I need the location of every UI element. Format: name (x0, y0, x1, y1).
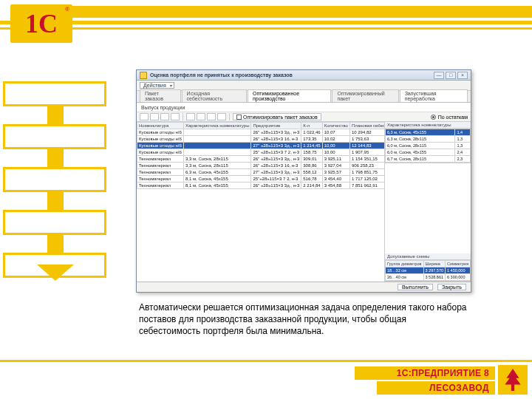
logo-text: 1С (25, 8, 58, 39)
tb-copy[interactable] (160, 113, 169, 120)
table-row[interactable]: Кусковые отходы н/б26" «28»115×3 3д., н-… (137, 129, 386, 136)
registered-mark: ® (65, 6, 69, 13)
tb-sort[interactable] (207, 113, 216, 120)
tb-edit[interactable] (150, 113, 159, 120)
list-item[interactable]: 6,3 м, Сосна, 45х1551,4 (386, 129, 471, 136)
col-header[interactable]: К-л (301, 123, 322, 129)
tb-sort2[interactable] (217, 113, 226, 120)
side2-title: Допускаемые схемы (385, 253, 471, 260)
brand-logo: 1С ® (10, 4, 72, 43)
tab-orders[interactable]: Пакет заказов (140, 89, 181, 102)
side1-title: Характеристика номенклатуры (385, 122, 471, 129)
app-window: Оценка портфеля не принятых к производст… (136, 69, 471, 293)
radio-label: По остаткам (438, 115, 468, 120)
titlebar: Оценка портфеля не принятых к производст… (137, 70, 471, 81)
window-title: Оценка портфеля не принятых к производст… (150, 72, 434, 78)
table-row[interactable]: 26…40 см3 528,8616 300,000 (386, 274, 471, 281)
tab-initial-cost[interactable]: Исходная себестоимость (182, 89, 247, 102)
subheader: Выпуск продукции (137, 103, 471, 112)
tabs: Пакет заказов Исходная себестоимость Опт… (137, 91, 471, 103)
table-row[interactable]: Техноматериал8,1 м, Сосна, 45х15525"«28»… (137, 176, 386, 183)
close-window-button[interactable]: Закрыть (437, 284, 466, 290)
table-row[interactable]: Кусковые отходы н/б25" «28»115×3 7 2, н-… (137, 149, 386, 156)
side-panel: Характеристика номенклатуры 6,3 м, Сосна… (385, 122, 471, 282)
optimize-checkbox[interactable]: Оптимизировать пакет заказов (233, 113, 321, 120)
col-header[interactable]: Характеристика номенклатуры (183, 123, 251, 129)
checkbox-icon (236, 115, 242, 120)
tb-up[interactable] (186, 113, 195, 120)
radio-by-remainders[interactable] (431, 115, 436, 120)
right-heading: Запустившая переработка (400, 89, 468, 102)
tree-icon (498, 365, 528, 395)
optimize-label: Оптимизировать пакет заказов (243, 115, 318, 120)
list-item[interactable]: 6,3 м, Сосна, 28х1151,3 (386, 136, 471, 143)
col-header[interactable]: Группа диаметров (386, 261, 424, 267)
maximize-button[interactable]: □ (446, 72, 456, 79)
footer-product: 1С:ПРЕДПРИЯТИЕ 8 (355, 366, 495, 380)
tab-optimized-production[interactable]: Оптимизированное производство (248, 89, 331, 102)
col-header[interactable]: Симметрия (446, 261, 471, 267)
actions-menu[interactable]: Действия (140, 82, 174, 89)
col-header[interactable]: Номенклатура (137, 123, 184, 129)
flow-arrow-head (37, 265, 74, 281)
table-row[interactable]: Техноматериал3,3 м, Сосна, 28х11526" «28… (137, 156, 386, 163)
tab-optimized-package[interactable]: Оптимизированный пакет (332, 89, 398, 102)
brand-stripes (0, 6, 532, 33)
close-button[interactable]: × (457, 72, 468, 79)
table-row[interactable]: Техноматериал3,3 м, Сосна, 28х11526" «28… (137, 163, 386, 169)
col-header[interactable]: Количество (322, 123, 349, 129)
tb-delete[interactable] (171, 113, 180, 120)
list-item[interactable]: 6,0 м, Сосна, 45х1552,4 (386, 149, 471, 156)
table-row[interactable]: Кусковые отходы н/б27" «28»115×3 3д., н-… (137, 143, 386, 149)
main-table[interactable]: НоменклатураХарактеристика номенклатурыП… (137, 122, 385, 282)
footer: 1С:ПРЕДПРИЯТИЕ 8 ЛЕСОЗАВОД (355, 365, 532, 399)
window-icon (140, 72, 147, 79)
svg-marker-0 (505, 369, 520, 391)
col-header[interactable]: Предприятие (251, 123, 301, 129)
col-header[interactable]: Ширина (423, 261, 445, 267)
list-item[interactable]: 6,0 м, Сосна, 28х1151,3 (386, 143, 471, 149)
list-item[interactable]: 6,7 м, Сосна, 28х1152,3 (386, 156, 471, 163)
statusbar: Выполнить Закрыть (137, 282, 471, 292)
table-row[interactable]: Техноматериал6,3 м, Сосна, 45х15527" «28… (137, 169, 386, 176)
table-row[interactable]: 18…32 см3 297,5701 450,000 (386, 267, 471, 274)
table-row[interactable]: Кусковые отходы н/б26" «28»115×3 16, н-3… (137, 136, 386, 143)
minimize-button[interactable]: — (434, 72, 444, 79)
tb-add[interactable] (140, 113, 149, 120)
tb-down[interactable] (197, 113, 205, 120)
footer-product-sub: ЛЕСОЗАВОД (377, 381, 495, 395)
col-header[interactable]: Плановая себестоимость (349, 123, 385, 129)
toolbar: Оптимизировать пакет заказов По остаткам (137, 112, 471, 122)
slide-caption: Автоматически решается оптимизационная з… (139, 301, 467, 338)
execute-button[interactable]: Выполнить (398, 284, 433, 290)
footer-rule (0, 360, 532, 362)
table-row[interactable]: Техноматериал8,1 м, Сосна, 45х15526" «28… (137, 183, 386, 189)
flow-steps (3, 81, 106, 296)
